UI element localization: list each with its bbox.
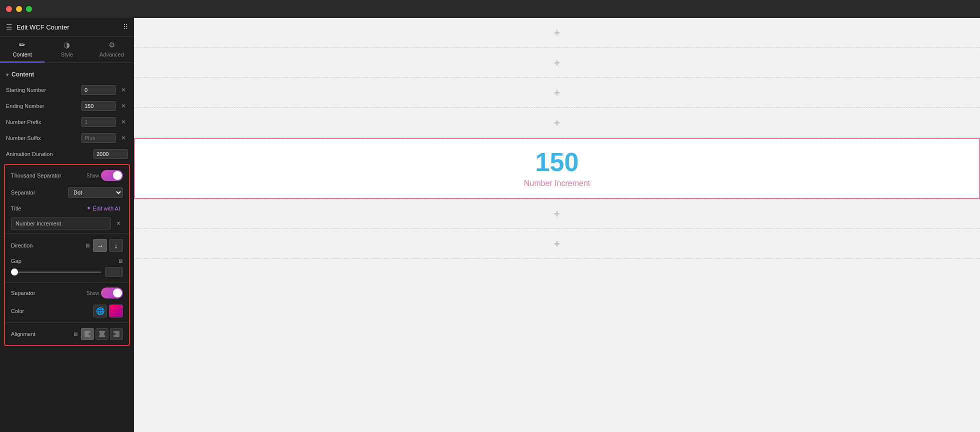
thousand-separator-row: Thousand Separator Show: [5, 167, 129, 184]
tab-content[interactable]: ✏ Content: [0, 36, 44, 62]
thousand-separator-toggle[interactable]: [101, 170, 123, 181]
section-heading-content[interactable]: ▾ Content: [0, 67, 134, 82]
ending-number-input[interactable]: [81, 101, 116, 111]
plus-row-5: +: [134, 199, 980, 229]
alignment-row: Alignment 🖥: [5, 325, 129, 343]
panel-title: Edit WCF Counter: [16, 24, 69, 31]
color-swatch[interactable]: [109, 304, 123, 318]
color-row: Color 🌐: [5, 302, 129, 320]
hamburger-icon[interactable]: ☰: [6, 23, 12, 31]
separator2-toggle-container: Show: [86, 288, 123, 298]
alignment-buttons: [81, 328, 123, 340]
gap-row: Gap 🖥: [5, 255, 129, 280]
divider-1: [5, 234, 129, 234]
gear-icon: ⚙: [108, 40, 115, 50]
thousand-separator-toggle-container: Show: [86, 170, 123, 181]
widget-section: 150 Number Increment: [134, 138, 980, 199]
monitor-icon-gap: 🖥: [118, 258, 123, 264]
separator-row: Separator Dot Comma Space: [5, 184, 129, 201]
divider-2: [5, 282, 129, 282]
align-right-button[interactable]: [110, 328, 123, 340]
plus-row-3: +: [134, 78, 980, 108]
svg-rect-0: [84, 332, 90, 332]
title-row: Title ✦ Edit with AI: [5, 201, 129, 216]
plus-row-6: +: [134, 229, 980, 259]
number-suffix-row: Number Suffix ✕: [0, 130, 134, 146]
gap-slider[interactable]: [11, 272, 101, 273]
starting-number-clear[interactable]: ✕: [119, 86, 128, 94]
plus-row-1: +: [134, 18, 980, 48]
panel-header-left: ☰ Edit WCF Counter: [6, 23, 69, 31]
number-suffix-input[interactable]: [81, 133, 116, 143]
plus-button-6[interactable]: +: [554, 238, 560, 250]
tab-advanced[interactable]: ⚙ Advanced: [90, 36, 134, 62]
svg-rect-3: [99, 332, 105, 332]
direction-label: Direction: [11, 242, 82, 248]
starting-number-input[interactable]: [81, 85, 116, 95]
plus-button-3[interactable]: +: [554, 88, 560, 98]
number-suffix-clear[interactable]: ✕: [119, 134, 128, 142]
pencil-icon: ✏: [19, 40, 26, 50]
animation-duration-input[interactable]: [93, 149, 128, 159]
ai-edit-button[interactable]: ✦ Edit with AI: [84, 204, 123, 212]
widget-label: Number Increment: [524, 179, 590, 188]
ending-number-clear[interactable]: ✕: [119, 102, 128, 110]
traffic-light-green[interactable]: [26, 6, 32, 12]
separator2-toggle-thumb: [113, 288, 122, 298]
number-increment-input[interactable]: [11, 218, 111, 230]
thousand-separator-toggle-label: Show: [86, 173, 99, 178]
direction-buttons: → ↓: [93, 239, 123, 252]
plus-button-4[interactable]: +: [554, 118, 560, 128]
animation-duration-label: Animation Duration: [6, 151, 90, 157]
number-prefix-clear[interactable]: ✕: [119, 118, 128, 126]
thousand-separator-toggle-track: [101, 170, 123, 181]
starting-number-row: Starting Number ✕: [0, 82, 134, 98]
gap-value-input[interactable]: [105, 267, 123, 277]
plus-button-1[interactable]: +: [554, 28, 560, 38]
svg-rect-1: [84, 334, 88, 334]
thousand-separator-toggle-thumb: [113, 171, 122, 180]
gap-label-row: Gap 🖥: [11, 258, 123, 264]
slider-row: [11, 267, 123, 277]
traffic-light-red[interactable]: [6, 6, 12, 12]
separator2-toggle[interactable]: [101, 288, 123, 298]
svg-rect-2: [84, 336, 90, 336]
number-increment-clear[interactable]: ✕: [114, 219, 123, 228]
align-left-button[interactable]: [81, 328, 94, 340]
monitor-icon-direction: 🖥: [84, 242, 90, 248]
panel-tabs: ✏ Content ◑ Style ⚙ Advanced: [0, 36, 134, 63]
plus-row-4: +: [134, 108, 980, 138]
main-area: ☰ Edit WCF Counter ⠿ ✏ Content ◑ Style ⚙…: [0, 18, 980, 432]
divider-3: [5, 322, 129, 323]
tab-style[interactable]: ◑ Style: [44, 36, 89, 62]
plus-row-2: +: [134, 48, 980, 78]
direction-row: Direction 🖥 → ↓: [5, 236, 129, 255]
animation-duration-row: Animation Duration: [0, 146, 134, 162]
direction-right-button[interactable]: →: [93, 239, 107, 252]
panel-header: ☰ Edit WCF Counter ⠿: [0, 18, 134, 36]
svg-rect-5: [99, 336, 105, 336]
svg-rect-8: [114, 336, 120, 336]
ending-number-row: Ending Number ✕: [0, 98, 134, 114]
separator-select[interactable]: Dot Comma Space: [68, 187, 123, 198]
align-center-button[interactable]: [96, 328, 108, 340]
separator2-toggle-label: Show: [86, 290, 99, 296]
direction-down-button[interactable]: ↓: [109, 239, 123, 252]
separator2-toggle-track: [101, 288, 123, 298]
svg-rect-7: [116, 334, 120, 334]
traffic-light-yellow[interactable]: [16, 6, 22, 12]
thousand-separator-label: Thousand Separator: [11, 172, 84, 178]
grid-icon[interactable]: ⠿: [123, 23, 128, 31]
chevron-down-icon: ▾: [6, 72, 8, 78]
ending-number-label: Ending Number: [6, 103, 78, 109]
color-globe-button[interactable]: 🌐: [93, 304, 107, 318]
red-border-section: Thousand Separator Show Separator: [4, 164, 130, 346]
plus-button-5[interactable]: +: [554, 208, 560, 220]
title-label: Title: [11, 206, 84, 212]
plus-button-2[interactable]: +: [554, 58, 560, 68]
align-center-icon: [99, 331, 105, 337]
number-prefix-input[interactable]: [81, 117, 116, 127]
align-right-icon: [114, 331, 120, 337]
canvas-area: ‹ + + + + 150 Number Increment +: [134, 18, 980, 432]
canvas-section: + + + + 150 Number Increment + +: [134, 18, 980, 259]
